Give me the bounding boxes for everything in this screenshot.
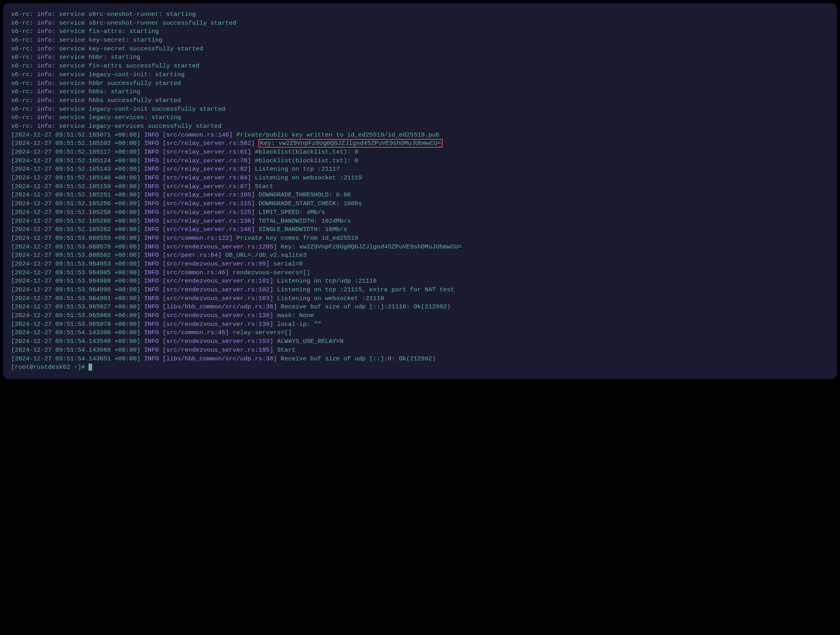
log-msg: DOWNGRADE_THRESHOLD: 0.66 xyxy=(258,191,351,198)
log-line: [2024-12-27 09:51:52.185262 +00:00] INFO… xyxy=(11,225,829,234)
log-line: [2024-12-27 09:51:52.185102 +00:00] INFO… xyxy=(11,139,829,148)
log-timestamp: [2024-12-27 09:51:54.143569 +00:00] xyxy=(11,346,141,354)
s6-level: info: xyxy=(37,19,56,27)
log-msg: DOWNGRADE_START_CHECK: 1800s xyxy=(258,200,362,207)
log-level: INFO xyxy=(144,140,159,147)
log-msg: local-ip: "" xyxy=(277,321,322,328)
log-timestamp: [2024-12-27 09:51:53.964988 +00:00] xyxy=(11,277,141,285)
log-timestamp: [2024-12-27 09:51:52.185159 +00:00] xyxy=(11,183,141,190)
highlighted-key: Key: vw2Z9VnpFz0Ug0QGJZJlgnd45ZPuVE9shOM… xyxy=(258,139,443,148)
log-msg: Listening on websocket :21118 xyxy=(277,295,384,302)
log-line: [2024-12-27 09:51:53.888578 +00:00] INFO… xyxy=(11,243,829,252)
log-timestamp: [2024-12-27 09:51:53.888578 +00:00] xyxy=(11,243,141,250)
log-msg: TOTAL_BANDWIDTH: 1024Mb/s xyxy=(258,217,351,225)
log-line: [2024-12-27 09:51:53.964985 +00:00] INFO… xyxy=(11,269,829,277)
s6-log-line: s6-rc: info: service fix-attrs successfu… xyxy=(11,62,829,71)
log-level: INFO xyxy=(144,295,159,302)
log-level: INFO xyxy=(144,131,159,139)
s6-msg: service hbbr: starting xyxy=(59,54,141,61)
shell-prompt: [root@rustdesk02 ~]# xyxy=(11,364,89,371)
log-source: [src/relay_server.rs:87] xyxy=(162,183,251,190)
log-msg: Receive buf size of udp [::]:0: Ok(21299… xyxy=(281,355,436,362)
log-source: [src/common.rs:122] xyxy=(162,235,233,242)
log-msg: Start xyxy=(255,183,274,190)
log-msg: Listening on websocket :21119 xyxy=(255,174,362,181)
s6-level: info: xyxy=(37,28,56,35)
log-source: [src/rendezvous_server.rs:138] xyxy=(162,312,273,319)
log-level: INFO xyxy=(144,346,159,354)
s6-level: info: xyxy=(37,54,56,61)
log-timestamp: [2024-12-27 09:51:52.185143 +00:00] xyxy=(11,165,141,173)
log-timestamp: [2024-12-27 09:51:52.185146 +00:00] xyxy=(11,174,141,181)
terminal-window[interactable]: s6-rc: info: service s6rc-oneshot-runner… xyxy=(3,3,837,379)
s6-log-line: s6-rc: info: service key-secret: startin… xyxy=(11,36,829,45)
log-level: INFO xyxy=(144,148,159,156)
log-line: [2024-12-27 09:51:53.964988 +00:00] INFO… xyxy=(11,277,829,286)
log-timestamp: [2024-12-27 09:51:53.965078 +00:00] xyxy=(11,321,141,328)
log-line: [2024-12-27 09:51:52.185071 +00:00] INFO… xyxy=(11,131,829,140)
log-level: INFO xyxy=(144,277,159,285)
s6-prefix: s6-rc: xyxy=(11,19,33,27)
prompt-line[interactable]: [root@rustdesk02 ~]# xyxy=(11,363,829,372)
log-line: [2024-12-27 09:51:53.964953 +00:00] INFO… xyxy=(11,260,829,269)
s6-msg: service key-secret successfully started xyxy=(59,45,203,52)
log-source: [src/relay_server.rs:582] xyxy=(162,140,255,147)
log-source: [src/common.rs:148] xyxy=(162,131,233,139)
s6-level: info: xyxy=(37,71,56,78)
log-source: [src/relay_server.rs:136] xyxy=(162,217,255,225)
log-level: INFO xyxy=(144,312,159,319)
log-line: [2024-12-27 09:51:52.185260 +00:00] INFO… xyxy=(11,217,829,226)
log-msg: rendezvous-servers=[] xyxy=(233,269,310,276)
s6-level: info: xyxy=(37,11,56,18)
s6-level: info: xyxy=(37,80,56,87)
log-source: [src/rendezvous_server.rs:185] xyxy=(162,346,273,354)
log-line: [2024-12-27 09:51:52.185258 +00:00] INFO… xyxy=(11,208,829,217)
log-timestamp: [2024-12-27 09:51:52.185258 +00:00] xyxy=(11,209,141,216)
s6-prefix: s6-rc: xyxy=(11,88,33,95)
s6-prefix: s6-rc: xyxy=(11,71,33,78)
log-source: [src/relay_server.rs:146] xyxy=(162,226,255,233)
log-source: [src/rendezvous_server.rs:99] xyxy=(162,260,270,267)
log-source: [src/relay_server.rs:125] xyxy=(162,209,255,216)
s6-log-line: s6-rc: info: service hbbr successfully s… xyxy=(11,79,829,88)
log-level: INFO xyxy=(144,243,159,250)
log-level: INFO xyxy=(144,321,159,328)
log-level: INFO xyxy=(144,286,159,293)
s6-prefix: s6-rc: xyxy=(11,114,33,121)
s6-prefix: s6-rc: xyxy=(11,106,33,113)
log-timestamp: [2024-12-27 09:51:53.965027 +00:00] xyxy=(11,303,141,310)
log-line: [2024-12-27 09:51:52.185256 +00:00] INFO… xyxy=(11,200,829,208)
log-msg: relay-servers=[] xyxy=(233,329,292,336)
cursor-icon xyxy=(89,364,92,371)
log-msg: DB_URL=./db_v2.sqlite3 xyxy=(225,252,307,259)
s6-msg: service s6rc-oneshot-runner successfully… xyxy=(59,19,236,27)
log-source: [src/rendezvous_server.rs:103] xyxy=(162,295,273,302)
s6-log-line: s6-rc: info: service legacy-services: st… xyxy=(11,114,829,122)
log-timestamp: [2024-12-27 09:51:53.888582 +00:00] xyxy=(11,252,141,259)
s6-log-line: s6-rc: info: service hbbs successfully s… xyxy=(11,96,829,105)
s6-prefix: s6-rc: xyxy=(11,97,33,104)
log-timestamp: [2024-12-27 09:51:53.964991 +00:00] xyxy=(11,295,141,302)
log-source: [src/rendezvous_server.rs:102] xyxy=(162,286,273,293)
log-level: INFO xyxy=(144,217,159,225)
log-level: INFO xyxy=(144,157,159,164)
s6-msg: service fix-attrs successfully started xyxy=(59,62,199,69)
log-line: [2024-12-27 09:51:54.143651 +00:00] INFO… xyxy=(11,355,829,364)
log-msg: Key: vw2Z9VnpFz0Ug0QGJZJlgnd45ZPuVE9shOM… xyxy=(281,243,462,250)
log-msg: Private key comes from id_ed25519 xyxy=(236,235,358,242)
log-timestamp: [2024-12-27 09:51:53.964990 +00:00] xyxy=(11,286,141,293)
log-source: [src/rendezvous_server.rs:101] xyxy=(162,277,273,285)
log-timestamp: [2024-12-27 09:51:53.964985 +00:00] xyxy=(11,269,141,276)
log-source: [src/relay_server.rs:84] xyxy=(162,174,251,181)
log-level: INFO xyxy=(144,209,159,216)
log-source: [src/relay_server.rs:82] xyxy=(162,165,251,173)
s6-log-line: s6-rc: info: service key-secret successf… xyxy=(11,45,829,54)
log-msg: SINGLE_BANDWIDTH: 16Mb/s xyxy=(258,226,347,233)
log-line: [2024-12-27 09:51:54.143548 +00:00] INFO… xyxy=(11,337,829,346)
s6-msg: service legacy-services: starting xyxy=(59,114,181,121)
log-msg: #blocklist(blocklist.txt): 0 xyxy=(255,157,358,164)
log-level: INFO xyxy=(144,191,159,198)
log-line: [2024-12-27 09:51:54.143398 +00:00] INFO… xyxy=(11,329,829,337)
log-timestamp: [2024-12-27 09:51:52.185251 +00:00] xyxy=(11,191,141,198)
s6-msg: service key-secret: starting xyxy=(59,37,162,44)
